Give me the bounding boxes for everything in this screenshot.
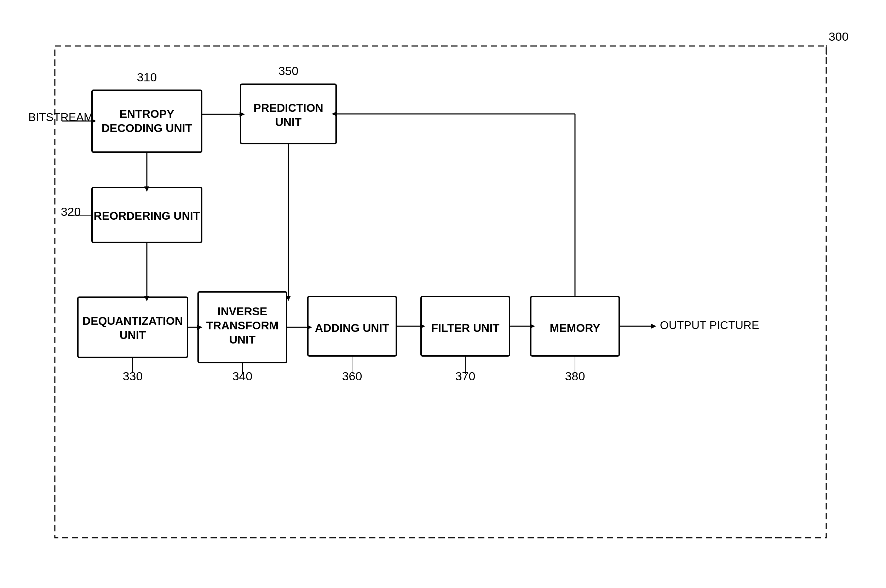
block-310-label-2: DECODING UNIT [102,122,192,135]
ref-350: 350 [279,64,298,78]
block-340-label-3: UNIT [229,333,256,346]
bitstream-label: BITSTREAM [28,111,93,123]
block-340-label-1: INVERSE [217,305,267,318]
block-330-label-1: DEQUANTIZATION [82,315,183,327]
block-350-label-2: UNIT [275,116,302,128]
ref-300: 300 [829,30,849,43]
diagram-container: 300 ENTROPY DECODING UNIT 310 REORDERING… [0,0,886,588]
block-310-label-1: ENTROPY [120,108,174,120]
block-320-label: REORDERING UNIT [94,210,200,222]
block-380-label: MEMORY [550,322,600,334]
ref-310: 310 [137,70,157,84]
arrow-output [651,324,657,328]
block-310 [92,90,202,152]
block-360-label: ADDING UNIT [315,322,389,334]
block-370-label: FILTER UNIT [431,322,499,334]
ref-320: 320 [61,205,81,218]
block-350-label-1: PREDICTION [253,102,323,114]
block-330-label-2: UNIT [120,328,146,341]
output-picture-label: OUTPUT PICTURE [660,319,759,332]
block-340-label-2: TRANSFORM [206,319,279,332]
